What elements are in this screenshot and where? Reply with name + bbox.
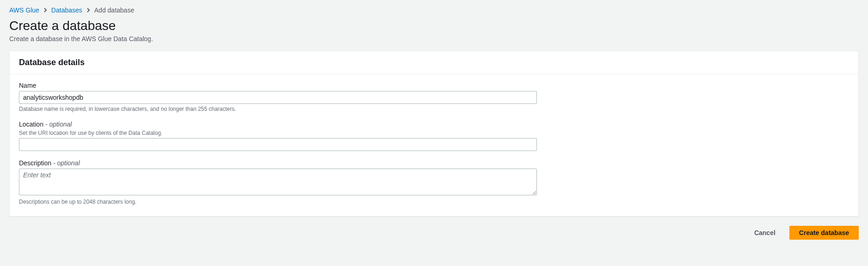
page-subtitle: Create a database in the AWS Glue Data C…	[9, 35, 859, 42]
name-input[interactable]	[19, 91, 537, 104]
location-input[interactable]	[19, 138, 537, 151]
footer-actions: Cancel Create database	[9, 217, 859, 244]
description-optional: - optional	[53, 159, 80, 167]
description-hint: Descriptions can be up to 2048 character…	[19, 199, 537, 205]
chevron-right-icon	[43, 8, 48, 12]
chevron-right-icon	[86, 8, 91, 12]
panel-title: Database details	[19, 58, 849, 67]
description-label: Description - optional	[19, 159, 537, 167]
form-group-name: Name Database name is required, in lower…	[19, 82, 537, 112]
form-group-description: Description - optional Descriptions can …	[19, 159, 537, 205]
create-database-button[interactable]: Create database	[789, 226, 859, 240]
name-hint: Database name is required, in lowercase …	[19, 106, 537, 112]
location-label-text: Location	[19, 121, 43, 128]
breadcrumb-current: Add database	[94, 6, 134, 14]
description-label-text: Description	[19, 159, 51, 167]
location-hint: Set the URI location for use by clients …	[19, 130, 537, 136]
page-title: Create a database	[9, 18, 859, 33]
description-textarea[interactable]	[19, 169, 537, 195]
form-group-location: Location - optional Set the URI location…	[19, 121, 537, 151]
name-label: Name	[19, 82, 537, 89]
database-details-panel: Database details Name Database name is r…	[9, 51, 859, 217]
panel-header: Database details	[10, 51, 858, 74]
location-label: Location - optional	[19, 121, 537, 128]
breadcrumb-link-aws-glue[interactable]: AWS Glue	[9, 6, 39, 14]
breadcrumb: AWS Glue Databases Add database	[9, 6, 859, 14]
location-optional: - optional	[45, 121, 72, 128]
breadcrumb-link-databases[interactable]: Databases	[51, 6, 82, 14]
cancel-button[interactable]: Cancel	[745, 226, 785, 240]
